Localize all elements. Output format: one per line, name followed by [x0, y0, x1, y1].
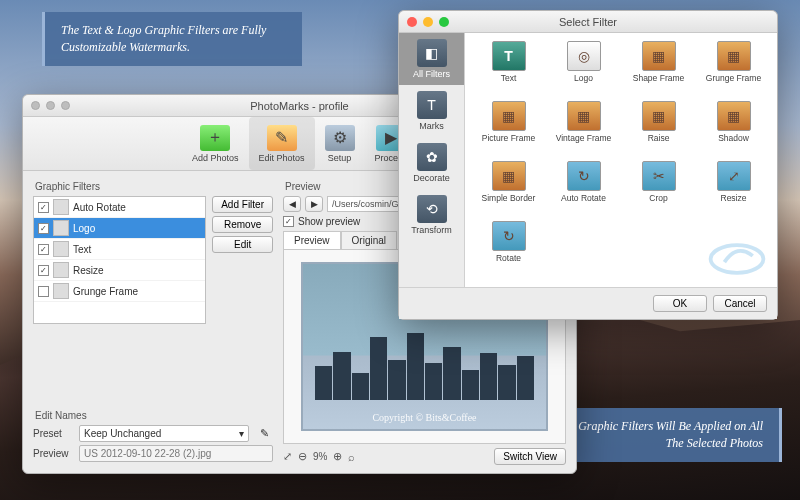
sf-item-text[interactable]: T Text: [473, 41, 544, 99]
sf-item-icon: ▦: [717, 101, 751, 131]
sf-item-resize[interactable]: ⤢ Resize: [698, 161, 769, 219]
filter-item-label: Grunge Frame: [73, 286, 138, 297]
filter-item-icon: [53, 220, 69, 236]
next-photo-button[interactable]: ▶: [305, 196, 323, 212]
sf-item-label: Simple Border: [482, 193, 536, 203]
prev-photo-button[interactable]: ◀: [283, 196, 301, 212]
zoom-percent: 9%: [313, 451, 327, 462]
zoom-in-icon[interactable]: ⊕: [333, 450, 342, 463]
sf-window-title: Select Filter: [399, 16, 777, 28]
remove-filter-button[interactable]: Remove: [212, 216, 273, 233]
preset-edit-icon[interactable]: ✎: [255, 427, 273, 440]
filter-item[interactable]: Auto Rotate: [34, 197, 205, 218]
filter-item-icon: [53, 262, 69, 278]
filter-item-label: Resize: [73, 265, 104, 276]
add-photos-icon: ＋: [200, 125, 230, 151]
show-preview-checkbox[interactable]: [283, 216, 294, 227]
svg-point-0: [711, 245, 764, 273]
sf-category-all-filters[interactable]: ◧ All Filters: [399, 33, 464, 85]
sf-item-label: Auto Rotate: [561, 193, 606, 203]
actual-size-icon[interactable]: ⌕: [348, 451, 355, 463]
edit-photos-button[interactable]: ✎ Edit Photos: [249, 117, 315, 170]
filter-checkbox[interactable]: [38, 244, 49, 255]
sf-category-label: All Filters: [413, 69, 450, 79]
filter-item-icon: [53, 199, 69, 215]
sf-item-shape-frame[interactable]: ▦ Shape Frame: [623, 41, 694, 99]
filter-checkbox[interactable]: [38, 202, 49, 213]
select-filter-window: Select Filter ◧ All FiltersT Marks✿ Deco…: [398, 10, 778, 320]
sf-item-label: Vintage Frame: [556, 133, 612, 143]
setup-label: Setup: [328, 153, 352, 163]
sf-item-auto-rotate[interactable]: ↻ Auto Rotate: [548, 161, 619, 219]
sf-category-icon: T: [417, 91, 447, 119]
sf-item-label: Crop: [649, 193, 667, 203]
preset-label: Preset: [33, 428, 73, 439]
sf-item-vintage-frame[interactable]: ▦ Vintage Frame: [548, 101, 619, 159]
sf-item-icon: ↻: [492, 221, 526, 251]
sf-item-crop[interactable]: ✂ Crop: [623, 161, 694, 219]
sf-item-shadow[interactable]: ▦ Shadow: [698, 101, 769, 159]
switch-view-button[interactable]: Switch View: [494, 448, 566, 465]
show-preview-label: Show preview: [298, 216, 360, 227]
sf-category-label: Decorate: [413, 173, 450, 183]
edit-photos-label: Edit Photos: [259, 153, 305, 163]
sf-item-label: Resize: [721, 193, 747, 203]
sf-item-icon: ▦: [717, 41, 751, 71]
fit-icon[interactable]: ⤢: [283, 450, 292, 463]
filter-item[interactable]: Text: [34, 239, 205, 260]
sf-item-simple-border[interactable]: ▦ Simple Border: [473, 161, 544, 219]
sf-item-grunge-frame[interactable]: ▦ Grunge Frame: [698, 41, 769, 99]
filter-checkbox[interactable]: [38, 265, 49, 276]
sf-item-logo[interactable]: ◎ Logo: [548, 41, 619, 99]
preview-name-label: Preview: [33, 448, 73, 459]
preset-select[interactable]: Keep Unchanged ▾: [79, 425, 249, 442]
sf-category-marks[interactable]: T Marks: [399, 85, 464, 137]
sf-item-raise[interactable]: ▦ Raise: [623, 101, 694, 159]
add-photos-button[interactable]: ＋ Add Photos: [182, 117, 249, 170]
cancel-button[interactable]: Cancel: [713, 295, 767, 312]
edit-photos-icon: ✎: [267, 125, 297, 151]
sf-item-icon: ◎: [567, 41, 601, 71]
filter-item[interactable]: Resize: [34, 260, 205, 281]
sf-item-label: Rotate: [496, 253, 521, 263]
filter-checkbox[interactable]: [38, 223, 49, 234]
sf-item-label: Shadow: [718, 133, 749, 143]
sf-filter-grid: T Text◎ Logo▦ Shape Frame▦ Grunge Frame▦…: [465, 33, 777, 287]
filter-list[interactable]: Auto Rotate Logo Text Resize Grunge Fram…: [33, 196, 206, 324]
sf-category-decorate[interactable]: ✿ Decorate: [399, 137, 464, 189]
setup-icon: ⚙: [325, 125, 355, 151]
sf-item-icon: ↻: [567, 161, 601, 191]
sf-item-icon: ▦: [567, 101, 601, 131]
edit-filter-button[interactable]: Edit: [212, 236, 273, 253]
filter-item-label: Logo: [73, 223, 95, 234]
watermark-text: Copyright © Bits&Coffee: [303, 412, 546, 423]
sf-item-picture-frame[interactable]: ▦ Picture Frame: [473, 101, 544, 159]
graphic-filters-heading: Graphic Filters: [35, 181, 273, 192]
sf-close-icon[interactable]: [407, 17, 417, 27]
sf-minimize-icon[interactable]: [423, 17, 433, 27]
zoom-icon[interactable]: [61, 101, 70, 110]
tab-preview[interactable]: Preview: [283, 231, 341, 249]
sf-category-transform[interactable]: ⟲ Transform: [399, 189, 464, 241]
close-icon[interactable]: [31, 101, 40, 110]
sf-item-icon: ▦: [492, 161, 526, 191]
minimize-icon[interactable]: [46, 101, 55, 110]
sf-item-icon: ⤢: [717, 161, 751, 191]
callout-top: The Text & Logo Graphic Filters are Full…: [42, 12, 302, 66]
setup-button[interactable]: ⚙ Setup: [315, 117, 365, 170]
zoom-out-icon[interactable]: ⊖: [298, 450, 307, 463]
filter-checkbox[interactable]: [38, 286, 49, 297]
sf-item-label: Shape Frame: [633, 73, 685, 83]
sf-category-label: Transform: [411, 225, 452, 235]
sf-category-label: Marks: [419, 121, 444, 131]
filter-item-icon: [53, 241, 69, 257]
filter-item[interactable]: Grunge Frame: [34, 281, 205, 302]
sf-zoom-icon[interactable]: [439, 17, 449, 27]
filter-item[interactable]: Logo: [34, 218, 205, 239]
sf-item-rotate[interactable]: ↻ Rotate: [473, 221, 544, 279]
tab-original[interactable]: Original: [341, 231, 397, 249]
filter-item-icon: [53, 283, 69, 299]
add-filter-button[interactable]: Add Filter: [212, 196, 273, 213]
edit-names-heading: Edit Names: [35, 410, 273, 421]
ok-button[interactable]: OK: [653, 295, 707, 312]
